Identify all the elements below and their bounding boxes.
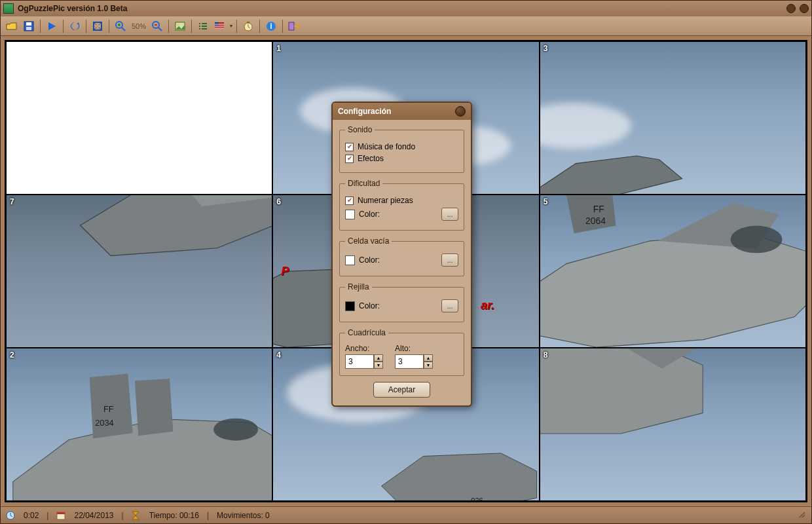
input-alto[interactable] bbox=[395, 354, 424, 369]
label-numerar: Numerar piezas bbox=[358, 196, 413, 205]
svg-rect-2 bbox=[26, 27, 31, 30]
spin-up-ancho[interactable]: ▲ bbox=[374, 354, 383, 362]
label-color-celda: Color: bbox=[359, 255, 380, 265]
zoom-in-icon[interactable] bbox=[113, 19, 128, 33]
status-tiempo: Tiempo: 00:16 bbox=[149, 511, 199, 520]
puzzle-cell[interactable]: 3 bbox=[540, 41, 806, 195]
cell-number: 1 bbox=[276, 44, 281, 53]
spin-up-alto[interactable]: ▲ bbox=[424, 354, 433, 362]
svg-text:i: i bbox=[270, 22, 272, 31]
main-window: OgPuzzlePic versión 1.0 Beta 50% ▾ i bbox=[0, 0, 812, 524]
cell-number: 8 bbox=[544, 350, 548, 360]
svg-point-7 bbox=[177, 24, 179, 26]
colorpicker-dificultad-button[interactable]: ... bbox=[441, 208, 458, 221]
group-celda-vacia: Celda vacía Color: ... bbox=[339, 236, 464, 276]
svg-text:FF: FF bbox=[103, 404, 114, 414]
zoom-out-icon[interactable] bbox=[150, 19, 164, 33]
content-area: 1 3 7 bbox=[1, 36, 811, 506]
checkbox-numerar[interactable] bbox=[345, 196, 354, 205]
info-icon[interactable]: i bbox=[264, 19, 278, 33]
app-icon bbox=[3, 3, 14, 14]
dialog-title: Configuración bbox=[338, 107, 391, 116]
svg-rect-1 bbox=[26, 22, 31, 26]
cell-number: 2 bbox=[10, 350, 14, 360]
dialog-titlebar[interactable]: Configuración bbox=[333, 103, 471, 120]
flag-icon[interactable] bbox=[213, 19, 227, 33]
label-color-rejilla: Color: bbox=[359, 301, 380, 310]
label-efectos: Efectos bbox=[358, 154, 384, 163]
config-dialog: Configuración Sonido Música de fondo Efe… bbox=[331, 102, 472, 407]
puzzle-cell[interactable]: 8 bbox=[540, 348, 806, 501]
legend-celda-vacia: Celda vacía bbox=[345, 236, 392, 246]
group-sonido: Sonido Música de fondo Efectos bbox=[339, 125, 464, 173]
legend-cuadricula: Cuadrícula bbox=[345, 328, 388, 337]
titlebar[interactable]: OgPuzzlePic versión 1.0 Beta bbox=[1, 1, 811, 16]
dialog-close-button[interactable] bbox=[455, 106, 466, 117]
spin-down-alto[interactable]: ▼ bbox=[424, 362, 433, 369]
cell-number: 7 bbox=[10, 197, 14, 206]
cell-number: 3 bbox=[544, 44, 548, 53]
puzzle-cell[interactable]: FF 2064 5 bbox=[540, 195, 806, 348]
svg-point-16 bbox=[730, 225, 782, 253]
clock-icon bbox=[6, 511, 15, 520]
svg-point-21 bbox=[213, 418, 258, 440]
swatch-dificultad[interactable] bbox=[345, 210, 355, 219]
puzzle-cell[interactable]: 7 bbox=[6, 195, 272, 348]
svg-rect-11 bbox=[247, 22, 249, 23]
status-clock: 0:02 bbox=[24, 511, 39, 520]
resize-grip-icon[interactable] bbox=[797, 510, 806, 521]
checkbox-musica[interactable] bbox=[345, 143, 354, 151]
cell-number: 5 bbox=[544, 197, 548, 206]
refresh-icon[interactable] bbox=[67, 19, 82, 33]
minimize-button[interactable] bbox=[786, 4, 796, 13]
zoom-level-label: 50% bbox=[132, 22, 146, 30]
fullscreen-icon[interactable] bbox=[90, 19, 105, 33]
status-date: 22/04/2013 bbox=[74, 511, 113, 520]
app-title: OgPuzzlePic versión 1.0 Beta bbox=[18, 4, 127, 13]
status-movimientos: Movimientos: 0 bbox=[217, 511, 270, 520]
swatch-rejilla[interactable] bbox=[345, 301, 355, 311]
checkbox-efectos[interactable] bbox=[345, 155, 354, 163]
svg-rect-14 bbox=[289, 22, 294, 30]
image-icon[interactable] bbox=[173, 19, 187, 33]
svg-text:2034: 2034 bbox=[96, 418, 114, 428]
puzzle-cell[interactable]: FF 2034 2 bbox=[6, 348, 272, 501]
open-icon[interactable] bbox=[5, 19, 19, 33]
group-dificultad: Dificultad Numerar piezas Color: ... bbox=[339, 179, 464, 231]
play-icon[interactable] bbox=[45, 19, 59, 33]
label-musica: Música de fondo bbox=[358, 142, 415, 151]
svg-text:FF: FF bbox=[593, 204, 604, 214]
group-cuadricula: Cuadrícula Ancho: ▲ ▼ bbox=[339, 328, 464, 376]
timer-icon[interactable] bbox=[241, 19, 255, 33]
svg-rect-25 bbox=[57, 512, 65, 514]
hourglass-icon bbox=[132, 511, 141, 520]
label-color-dificultad: Color: bbox=[359, 210, 380, 219]
exit-icon[interactable] bbox=[287, 19, 301, 33]
svg-text:026: 026 bbox=[471, 496, 483, 501]
toolbar: 50% ▾ i bbox=[1, 16, 811, 36]
colorpicker-rejilla-button[interactable]: ... bbox=[441, 299, 458, 312]
colorpicker-celda-button[interactable]: ... bbox=[441, 253, 458, 267]
save-icon[interactable] bbox=[22, 19, 36, 33]
calendar-icon bbox=[56, 511, 65, 520]
accept-button[interactable]: Aceptar bbox=[373, 382, 430, 398]
close-button[interactable] bbox=[800, 4, 809, 13]
puzzle-cell-empty[interactable] bbox=[6, 41, 272, 195]
svg-text:2064: 2064 bbox=[585, 215, 606, 226]
swatch-celda-vacia[interactable] bbox=[345, 255, 355, 265]
cell-number: 6 bbox=[276, 197, 281, 206]
group-rejilla: Rejilla Color: ... bbox=[339, 282, 464, 322]
input-ancho[interactable] bbox=[345, 354, 374, 369]
label-alto: Alto: bbox=[395, 344, 433, 353]
list-icon[interactable] bbox=[196, 19, 210, 33]
label-ancho: Ancho: bbox=[345, 344, 383, 353]
legend-rejilla: Rejilla bbox=[345, 282, 372, 291]
statusbar: 0:02 | 22/04/2013 | Tiempo: 00:16 | Movi… bbox=[1, 506, 811, 523]
spin-down-ancho[interactable]: ▼ bbox=[374, 362, 383, 369]
cell-number: 4 bbox=[276, 350, 281, 360]
legend-sonido: Sonido bbox=[345, 125, 375, 134]
legend-dificultad: Dificultad bbox=[345, 179, 382, 188]
